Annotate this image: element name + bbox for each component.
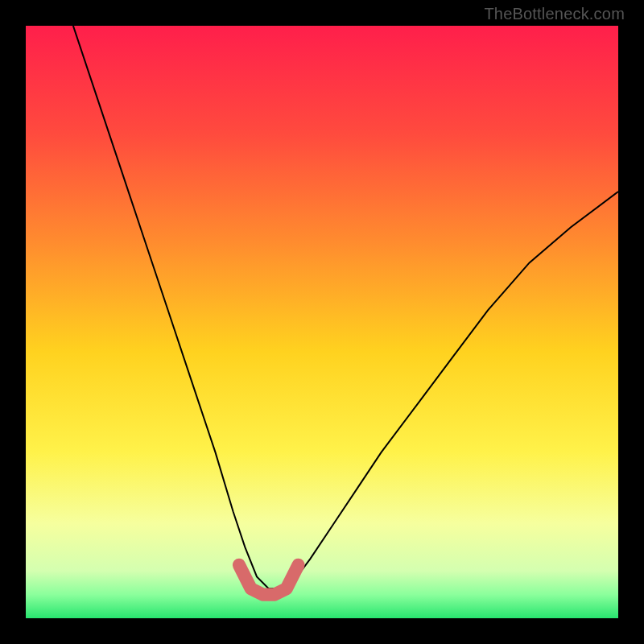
plot-area <box>26 26 618 618</box>
bottleneck-curve <box>73 26 618 588</box>
highlight-segment <box>239 565 299 595</box>
chart-frame: TheBottleneck.com <box>0 0 644 644</box>
curve-layer <box>26 26 618 618</box>
watermark-text: TheBottleneck.com <box>484 5 625 23</box>
